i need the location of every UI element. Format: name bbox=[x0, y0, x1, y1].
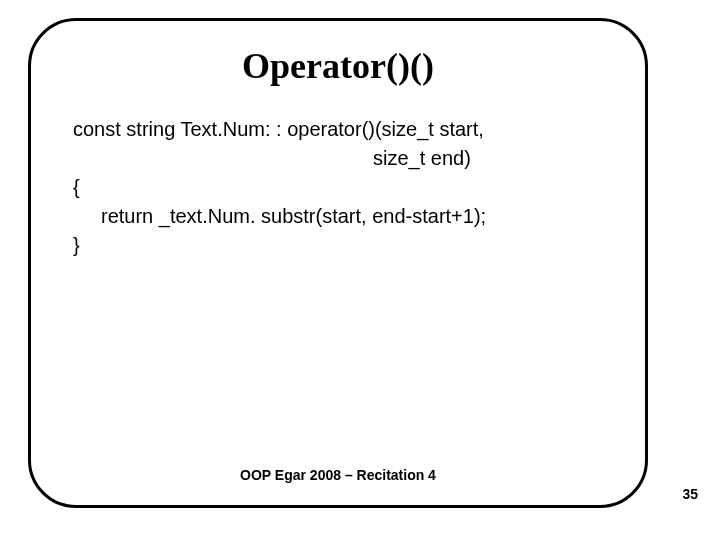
code-line-4: return _text.Num. substr(start, end-star… bbox=[73, 202, 603, 231]
code-line-5: } bbox=[73, 231, 603, 260]
code-block: const string Text.Num: : operator()(size… bbox=[73, 115, 603, 260]
code-line-2: size_t end) bbox=[73, 144, 603, 173]
page-number: 35 bbox=[682, 486, 698, 502]
slide-footer: OOP Egar 2008 – Recitation 4 bbox=[31, 467, 645, 483]
code-line-1: const string Text.Num: : operator()(size… bbox=[73, 115, 603, 144]
slide-title: Operator()() bbox=[31, 45, 645, 87]
slide-frame: Operator()() const string Text.Num: : op… bbox=[28, 18, 648, 508]
code-line-3: { bbox=[73, 173, 603, 202]
